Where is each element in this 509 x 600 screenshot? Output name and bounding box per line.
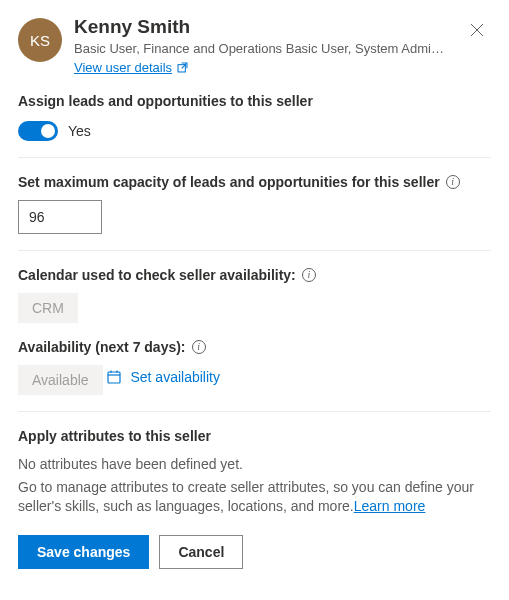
close-icon	[470, 23, 484, 37]
info-icon[interactable]: i	[446, 175, 460, 189]
assign-toggle-value: Yes	[68, 123, 91, 139]
header-text: Kenny Smith Basic User, Finance and Oper…	[74, 16, 451, 75]
capacity-label: Set maximum capacity of leads and opport…	[18, 174, 440, 190]
attributes-label: Apply attributes to this seller	[18, 428, 491, 444]
calendar-value: CRM	[18, 293, 78, 323]
assign-label: Assign leads and opportunities to this s…	[18, 93, 491, 109]
attributes-help-text: Go to manage attributes to create seller…	[18, 478, 491, 517]
availability-value: Available	[18, 365, 103, 395]
button-row: Save changes Cancel	[18, 535, 491, 569]
close-button[interactable]	[463, 16, 491, 44]
set-availability-link[interactable]: Set availability	[106, 369, 220, 385]
calendar-label: Calendar used to check seller availabili…	[18, 267, 296, 283]
panel-header: KS Kenny Smith Basic User, Finance and O…	[18, 16, 491, 75]
info-icon[interactable]: i	[302, 268, 316, 282]
svg-rect-1	[108, 372, 120, 383]
divider	[18, 250, 491, 251]
avatar: KS	[18, 18, 62, 62]
set-availability-label: Set availability	[130, 369, 220, 385]
learn-more-link[interactable]: Learn more	[354, 498, 426, 514]
assign-toggle[interactable]	[18, 121, 58, 141]
attributes-empty-text: No attributes have been defined yet.	[18, 456, 491, 472]
info-icon[interactable]: i	[192, 340, 206, 354]
save-button[interactable]: Save changes	[18, 535, 149, 569]
user-name: Kenny Smith	[74, 16, 451, 39]
availability-label: Availability (next 7 days):	[18, 339, 186, 355]
divider	[18, 157, 491, 158]
user-roles: Basic User, Finance and Operations Basic…	[74, 41, 451, 56]
view-user-details-link[interactable]: View user details	[74, 60, 189, 75]
view-details-label: View user details	[74, 60, 172, 75]
assign-toggle-row: Yes	[18, 121, 491, 141]
open-external-icon	[176, 61, 189, 74]
divider	[18, 411, 491, 412]
calendar-icon	[106, 369, 122, 385]
cancel-button[interactable]: Cancel	[159, 535, 243, 569]
capacity-input[interactable]	[18, 200, 102, 234]
